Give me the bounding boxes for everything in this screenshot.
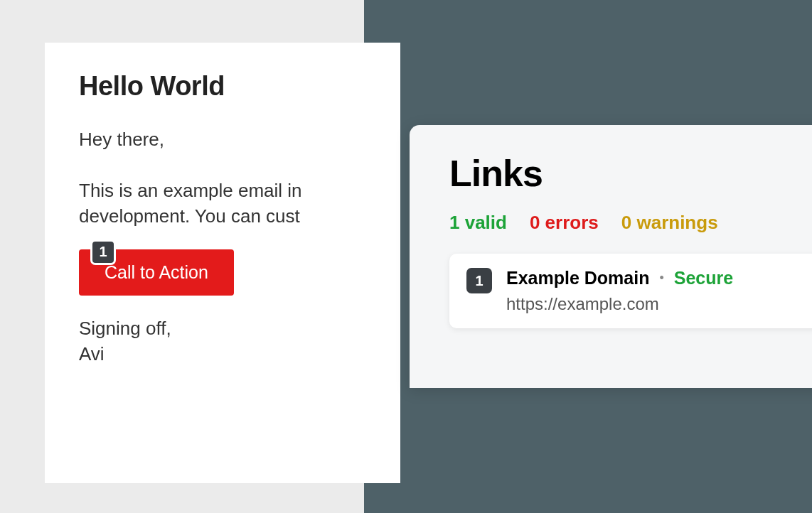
links-panel-title: Links (449, 152, 812, 195)
valid-count: 1 valid (449, 212, 507, 234)
link-item-header: Example Domain • Secure (506, 268, 733, 288)
signoff-line2: Avi (79, 343, 105, 364)
link-url: https://example.com (506, 294, 733, 314)
link-item-badge: 1 (466, 268, 492, 293)
links-stats: 1 valid 0 errors 0 warnings (449, 212, 812, 234)
email-preview-card: Hello World Hey there, This is an exampl… (45, 43, 400, 483)
email-greeting: Hey there, (79, 129, 366, 151)
email-signoff: Signing off, Avi (79, 315, 366, 367)
email-title: Hello World (79, 71, 366, 102)
link-item[interactable]: 1 Example Domain • Secure https://exampl… (449, 254, 812, 328)
link-number-badge[interactable]: 1 (90, 239, 116, 265)
separator-dot: • (659, 271, 663, 286)
warnings-count: 0 warnings (621, 212, 718, 234)
links-panel: Links 1 valid 0 errors 0 warnings 1 Exam… (410, 125, 812, 388)
email-body: This is an example email in development.… (79, 178, 366, 230)
link-domain-name: Example Domain (506, 268, 649, 288)
link-security-status: Secure (674, 268, 733, 288)
cta-wrapper: Call to Action 1 (79, 249, 234, 296)
email-body-line1: This is an example email in (79, 180, 302, 201)
signoff-line1: Signing off, (79, 318, 171, 339)
errors-count: 0 errors (530, 212, 599, 234)
link-item-info: Example Domain • Secure https://example.… (506, 268, 733, 314)
email-body-line2: development. You can cust (79, 205, 300, 227)
